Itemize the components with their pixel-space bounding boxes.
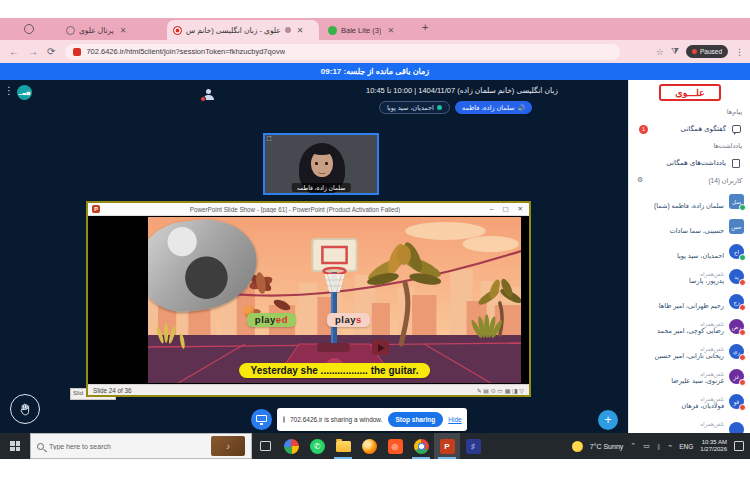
search-placeholder: Type here to search	[49, 443, 206, 450]
user-list-item[interactable]: پد پدرپور، پارسا	[629, 267, 750, 291]
user-list-item[interactable]: رض رضایی کوچی، امیر محمدتلفن‌همراه	[629, 317, 750, 341]
date: 1/27/2026	[700, 446, 727, 452]
tab-audio-icon	[285, 27, 291, 33]
start-button[interactable]	[0, 433, 30, 459]
user-list-item[interactable]: فو فولادیان، فرهانتلفن‌همراه	[629, 392, 750, 416]
taskbar-orange-app[interactable]: ◎	[382, 433, 408, 459]
shared-notes-item[interactable]: یادداشت‌های همگانی	[629, 155, 750, 171]
windows-taskbar: Type here to search ♪ ✆ ◎ P ♯ 7°C Sunny …	[0, 433, 750, 459]
language-indicator[interactable]: ENG	[679, 443, 693, 450]
close-icon[interactable]: ✕	[518, 205, 523, 213]
meeting-title: زبان انگلیسی (خانم سلمان زاده) 1404/11/0…	[366, 86, 558, 95]
tab-class-active[interactable]: علوی - زبان انگلیسی (خانم س ✕	[167, 20, 319, 40]
search-highlight-piano-image[interactable]: ♪	[211, 436, 245, 456]
chat-icon	[732, 125, 741, 133]
close-tab-icon[interactable]: ✕	[297, 26, 304, 35]
chrome-icon	[414, 439, 429, 454]
search-icon	[37, 443, 44, 450]
answer-option-played[interactable]: played	[247, 313, 296, 327]
tray-battery-icon[interactable]: ▭	[643, 442, 650, 450]
monitor-icon	[256, 415, 267, 422]
taskbar-whatsapp[interactable]: ✆	[304, 433, 330, 459]
forward-button[interactable]: →	[28, 46, 38, 57]
raise-hand-button[interactable]	[10, 394, 40, 424]
url-bar[interactable]: 702.6426.ir/html5client/join?sessionToke…	[65, 44, 620, 60]
chrome-share-bar: 702.6426.ir is sharing a window. Stop sh…	[277, 408, 467, 431]
user-list-item[interactable]: رح رحیم طهرانی، امیر طاهاتلفن‌همراه	[629, 292, 750, 316]
weather-sun-icon	[572, 441, 583, 452]
tab-search-icon[interactable]	[24, 24, 34, 34]
maximize-icon[interactable]: ▢	[502, 205, 508, 213]
user-list-item[interactable]: اح احمدیان، سید پویاتلفن‌همراه	[629, 242, 750, 266]
task-view-button[interactable]	[252, 433, 278, 459]
user-list-item[interactable]: غز غزنوی، سید علیرضاتلفن‌همراه	[629, 367, 750, 391]
user-list-item-partial[interactable]	[629, 420, 750, 433]
expand-icon[interactable]: ⛶	[267, 136, 271, 143]
extension-paused-chip[interactable]: Paused	[686, 45, 728, 58]
minimize-icon[interactable]: –	[490, 205, 494, 213]
listen-only-badge	[739, 304, 746, 311]
stop-sharing-button[interactable]: Stop sharing	[388, 412, 444, 427]
connection-status-icon[interactable]: ▁▃▅	[17, 85, 32, 100]
taskbar-firefox[interactable]	[356, 433, 382, 459]
ppt-status-icons[interactable]: ✎ ▤ ⊙ ▭ ▦ ◨ ▽	[477, 387, 524, 394]
ppt-window-title: PowerPoint Slide Show - [page 61] - Powe…	[100, 206, 490, 213]
tab-portal[interactable]: پرتال علوی ✕	[60, 20, 164, 40]
tab-title: علوی - زبان انگلیسی (خانم س	[186, 26, 281, 35]
participants-alert-icon[interactable]	[200, 89, 216, 101]
tab-bale[interactable]: Bale Lite (3) ✕	[322, 20, 418, 40]
actions-plus-button[interactable]: +	[598, 410, 618, 430]
manage-users-gear-icon[interactable]: ⚙	[637, 176, 643, 184]
browser-window: پرتال علوی ✕ علوی - زبان انگلیسی (خانم س…	[0, 18, 750, 433]
taskbar-chrome[interactable]	[408, 433, 434, 459]
messages-header: پیام‌ها	[727, 108, 742, 116]
action-center-icon[interactable]	[734, 441, 744, 451]
listen-only-badge	[739, 404, 746, 411]
active-speaker-pill[interactable]: 🔊 سلمان زاده، فاطمه	[455, 101, 532, 114]
tray-chevron-up-icon[interactable]: ⌃	[630, 442, 636, 450]
participant-pill[interactable]: احمدیان، سید پویا	[379, 101, 450, 114]
whatsapp-icon: ✆	[310, 439, 325, 454]
taskbar-search[interactable]: Type here to search ♪	[30, 433, 252, 459]
new-tab-button[interactable]: +	[422, 21, 428, 33]
taskbar-copilot[interactable]	[278, 433, 304, 459]
tray-bluetooth-icon[interactable]: ᛒ	[657, 443, 661, 450]
users-header: کاربران (14)	[708, 177, 742, 185]
blue-app-icon: ♯	[466, 439, 481, 454]
listen-only-badge	[739, 279, 746, 286]
public-chat-item[interactable]: گفتگوی همگانی 1	[629, 121, 750, 137]
avatar: ری	[729, 344, 744, 359]
reload-button[interactable]: ⟳	[47, 46, 55, 57]
webcam-tile[interactable]: ⛶ سلمان زاده، فاطمه	[263, 133, 379, 195]
taskbar-clock[interactable]: 10:35 AM 1/27/2026	[700, 439, 727, 453]
close-tab-icon[interactable]: ✕	[120, 26, 127, 35]
taskbar-blue-app[interactable]: ♯	[460, 433, 486, 459]
slide-counter: Slide 24 of 36	[93, 387, 132, 394]
tab-title: Bale Lite (3)	[341, 26, 381, 35]
play-button[interactable]	[372, 340, 389, 355]
ppt-titlebar[interactable]: P PowerPoint Slide Show - [page 61] - Po…	[88, 203, 529, 216]
browser-menu-icon[interactable]: ⋮	[735, 47, 744, 57]
taskbar-file-explorer[interactable]	[330, 433, 356, 459]
hide-share-bar-link[interactable]: Hide	[448, 416, 461, 423]
avatar: پد	[729, 269, 744, 284]
screen-share-indicator[interactable]	[251, 409, 272, 430]
powerpoint-window[interactable]: P PowerPoint Slide Show - [page 61] - Po…	[86, 201, 531, 397]
folder-icon	[336, 441, 351, 452]
close-tab-icon[interactable]: ✕	[387, 26, 394, 35]
weather-text[interactable]: 7°C Sunny	[590, 443, 624, 450]
user-list-item[interactable]: حس حسینی، سما سادات	[629, 217, 750, 241]
options-menu-icon[interactable]: ⋮	[4, 85, 14, 96]
screen: پرتال علوی ✕ علوی - زبان انگلیسی (خانم س…	[0, 0, 750, 480]
tray-network-icon[interactable]: ⌁	[668, 442, 672, 450]
back-button[interactable]: ←	[9, 46, 19, 57]
user-list-item[interactable]: سل سلمان زاده، فاطمه (شما)	[629, 192, 750, 216]
taskbar-powerpoint[interactable]: P	[434, 433, 460, 459]
listen-only-badge	[739, 354, 746, 361]
extensions-icon[interactable]: ⧩	[671, 46, 679, 57]
answer-option-plays[interactable]: plays	[327, 313, 370, 327]
time: 10:35 AM	[702, 439, 727, 445]
user-list-item[interactable]: ری ریحانی نارابی، امیر حسینتلفن‌همراه	[629, 342, 750, 366]
listen-only-badge	[739, 379, 746, 386]
bookmark-star-icon[interactable]: ☆	[656, 47, 664, 57]
